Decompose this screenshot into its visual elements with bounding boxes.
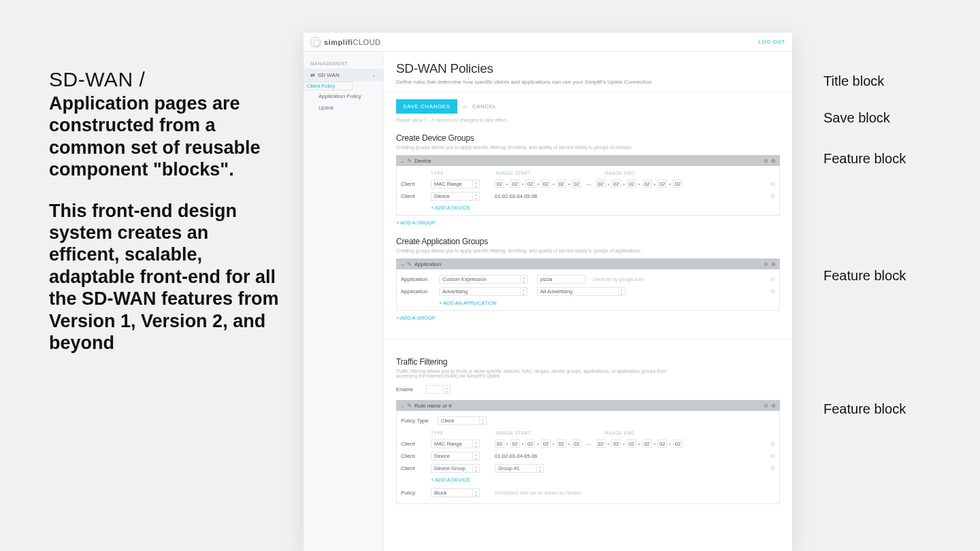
app-block-title: Application — [414, 261, 441, 267]
app-window: simplifiCLOUD LOG OUT MANAGEMENT ⇄ SD WA… — [304, 33, 792, 551]
sidebar-section-label: MANAGEMENT — [304, 57, 383, 69]
type-select[interactable]: Device ▴▾ — [431, 192, 480, 201]
description-placeholder[interactable]: Description text can be added as needed — [495, 490, 581, 495]
col-range-start: RANGE START — [496, 431, 605, 435]
value: Device — [434, 453, 450, 459]
remove-icon[interactable]: ⊖ — [770, 193, 775, 199]
value: Client — [441, 418, 454, 424]
app-block-header[interactable]: ⌄ ✎ Application ⊖⊕ — [396, 258, 780, 269]
rule-row-mac: Client MAC Range ▴▾ 02• 02• 02• 02• 02• … — [401, 438, 775, 449]
add-group-link[interactable]: + ADD A GROUP — [396, 315, 436, 321]
device-groups-title: Create Device Groups — [396, 133, 780, 143]
col-range-end: RANGE END — [605, 171, 775, 176]
row-label: Client — [401, 193, 431, 199]
value: Block — [434, 490, 446, 496]
enable-select[interactable]: ▴▾ — [426, 385, 451, 394]
row-label: Client — [401, 453, 431, 459]
type-select[interactable]: Device Group ▴▾ — [431, 464, 480, 473]
remove-icon[interactable]: ⊖ — [770, 288, 775, 295]
remove-icon[interactable]: ⊖ — [770, 465, 775, 471]
sidebar-sub-application-policy[interactable]: Application Policy — [304, 90, 383, 102]
plus-icon[interactable]: ⊕ — [771, 158, 776, 164]
sidebar-item-sdwan[interactable]: ⇄ SD WAN ⌄ — [304, 69, 383, 82]
device-row-mac: Client MAC Range ▴▾ 02• 02• 02• 02• 02• … — [401, 178, 775, 189]
main-content: SD-WAN Policies Define rules that determ… — [384, 52, 792, 551]
pencil-icon: ✎ — [407, 403, 412, 409]
save-note: Please allow 1 - 2 minutes for changes t… — [396, 118, 780, 122]
app-value-select[interactable]: All Advertising ▴▾ — [537, 287, 625, 296]
logo-icon — [310, 37, 321, 48]
row-label: Client — [401, 181, 431, 187]
save-row: SAVE CHANGES or CANCEL — [396, 99, 780, 114]
rule-row-device: Client Device ▴▾ 01-02-03-04-05-06 ⊖ — [401, 450, 775, 461]
chevron-down-icon: ⌄ — [400, 158, 405, 164]
group-select[interactable]: Group #1 ▴▾ — [495, 464, 544, 473]
device-groups-sub: Creating groups allows you to apply spec… — [396, 145, 780, 150]
policy-select[interactable]: Block ▴▾ — [431, 488, 480, 497]
pencil-icon: ✎ — [407, 158, 412, 164]
mac-range[interactable]: 02• 02• 02• 02• 02• 02 — 02• 02• 02• 02•… — [495, 439, 683, 448]
value: Device Group — [434, 465, 466, 471]
sidebar-sub-uplink[interactable]: Uplink — [304, 102, 383, 114]
brand-text: simplifiCLOUD — [324, 38, 381, 46]
device-value: 01-02-03-04-05-06 — [495, 453, 538, 459]
sidebar: MANAGEMENT ⇄ SD WAN ⌄ Client Policy Appl… — [304, 52, 384, 551]
traffic-sub: Traffic filtering allows you to block or… — [396, 369, 689, 378]
save-button[interactable]: SAVE CHANGES — [396, 99, 457, 114]
remove-icon[interactable]: ⊖ — [770, 441, 775, 447]
app-header: simplifiCLOUD LOG OUT — [304, 33, 792, 52]
para-1: Application pages are constructed from a… — [49, 93, 280, 181]
or-label: or — [463, 104, 467, 109]
logout-link[interactable]: LOG OUT — [758, 39, 785, 45]
col-range-start: RANGE START — [496, 171, 605, 176]
add-device-link[interactable]: + ADD A DEVICE — [431, 205, 470, 211]
page-title: SD-WAN Policies — [396, 61, 780, 76]
plus-icon[interactable]: ⊕ — [771, 403, 776, 409]
app-table: Application Custom Expression ▴▾ pizza S… — [396, 269, 780, 311]
brand: simplifiCLOUD — [310, 37, 381, 48]
minus-icon[interactable]: ⊖ — [764, 158, 768, 164]
app-value-input[interactable]: pizza — [537, 275, 586, 284]
traffic-title: Traffic Filtering — [396, 357, 780, 367]
add-group-link[interactable]: + ADD A GROUP — [396, 220, 436, 226]
remove-icon[interactable]: ⊖ — [770, 453, 775, 459]
device-block-title: Device — [414, 158, 431, 164]
policy-type-label: Policy Type — [401, 418, 438, 424]
type-select[interactable]: MAC Range ▴▾ — [431, 180, 480, 188]
type-select[interactable]: MAC Range ▴▾ — [431, 439, 480, 448]
add-application-link[interactable]: + ADD AN APPLICATION — [439, 300, 497, 306]
eyebrow: SD-WAN / — [49, 68, 280, 91]
remove-icon[interactable]: ⊖ — [770, 276, 775, 282]
brand-light: CLOUD — [353, 38, 381, 46]
row-label: Client — [401, 465, 431, 471]
rule-block-header[interactable]: ⌄ ✎ Rule name or # ⊖⊕ — [396, 400, 780, 411]
app-type-select[interactable]: Advertising ▴▾ — [439, 287, 527, 296]
sidebar-item-label: SD WAN — [318, 72, 340, 78]
mac-range-start[interactable]: 02• 02• 02• 02• 02• 02 — 02• 02• 02• 02•… — [495, 180, 683, 188]
type-value: Advertising — [442, 288, 468, 295]
annot-feat-1: Feature block — [823, 151, 906, 167]
col-type: TYPE — [431, 431, 496, 435]
app-row-1: Application Custom Expression ▴▾ pizza S… — [401, 273, 775, 284]
brand-bold: simplifi — [324, 38, 353, 46]
device-block-header[interactable]: ⌄ ✎ Device ⊖⊕ — [396, 155, 780, 166]
rule-table: Policy Type Client ▴▾ TYPE RANGE START R… — [396, 411, 780, 504]
minus-icon[interactable]: ⊖ — [764, 403, 768, 409]
app-groups-sub: Creating groups allows you to apply spec… — [396, 248, 780, 253]
sidebar-sub-client-policy[interactable]: Client Policy — [304, 82, 353, 90]
chevron-down-icon: ⌄ — [400, 403, 405, 409]
plus-icon[interactable]: ⊕ — [771, 261, 776, 267]
rule-block-title: Rule name or # — [414, 403, 452, 409]
pencil-icon: ✎ — [407, 261, 412, 267]
app-type-select[interactable]: Custom Expression ▴▾ — [439, 275, 527, 284]
minus-icon[interactable]: ⊖ — [764, 261, 768, 267]
add-device-link[interactable]: + ADD A DEVICE — [431, 477, 470, 483]
value: MAC Range — [434, 441, 462, 447]
inline-note: Serviced by google.com — [593, 277, 644, 282]
remove-icon[interactable]: ⊖ — [770, 181, 775, 187]
left-explainer: SD-WAN / Application pages are construct… — [49, 68, 280, 373]
type-select[interactable]: Device ▴▾ — [431, 452, 480, 461]
policy-type-select[interactable]: Client ▴▾ — [438, 416, 487, 425]
app-row-2: Application Advertising ▴▾ All Advertisi… — [401, 286, 775, 297]
cancel-link[interactable]: CANCEL — [472, 103, 496, 110]
